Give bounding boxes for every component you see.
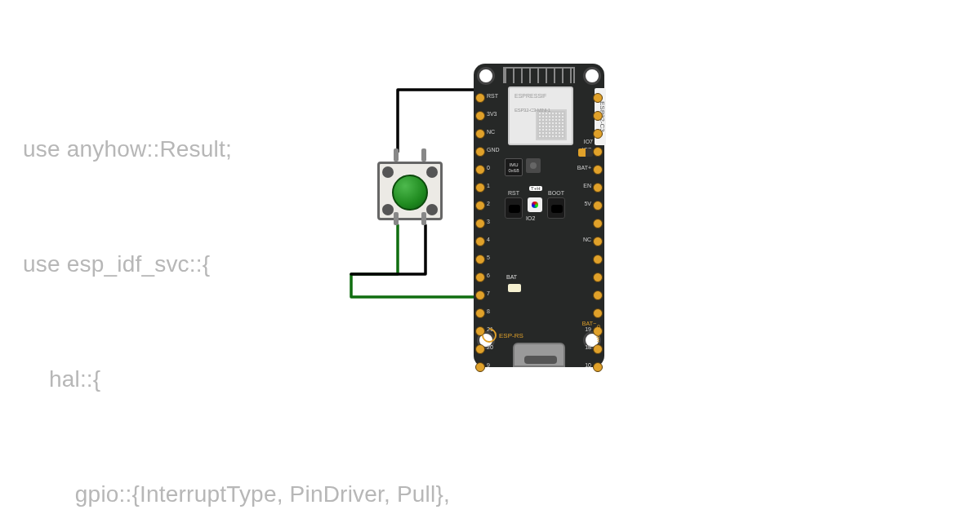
- pin-pad[interactable]: [475, 183, 485, 193]
- pin-labels-left: RST3V3 NCGND 01 23 45 67 821 209: [487, 93, 500, 368]
- board-footer-text: ESP-RS: [499, 332, 523, 339]
- screw-icon: [426, 204, 438, 215]
- pin-pad[interactable]: [593, 237, 603, 246]
- boot-label: BOOT: [548, 190, 564, 196]
- pin-pad[interactable]: [593, 147, 603, 157]
- bat-label: BAT: [506, 274, 517, 280]
- pin-pad[interactable]: [475, 344, 485, 354]
- pin-labels-right: IO7 BAT+EN 5V NC 19 1810: [577, 93, 591, 368]
- mounting-hole: [477, 67, 495, 85]
- pin-pad[interactable]: [475, 147, 485, 157]
- rst-label: RST: [508, 190, 519, 196]
- reset-button[interactable]: [505, 197, 523, 219]
- pin-pad[interactable]: [475, 290, 485, 300]
- pin-pad[interactable]: [593, 165, 603, 175]
- bat-minus-label: BAT−: [582, 321, 596, 326]
- module-brand: ESPRESSIF: [514, 93, 546, 99]
- board-buttons: RST BOOT: [505, 190, 565, 219]
- pin-pad[interactable]: [593, 255, 603, 264]
- light-sensor-icon: [526, 158, 541, 173]
- pin-pad[interactable]: [475, 201, 485, 210]
- pin-pad[interactable]: [475, 255, 485, 264]
- esp-module: ESPRESSIF ESP32-C3-MINI-1: [508, 86, 573, 145]
- button-pin[interactable]: [394, 212, 399, 225]
- pin-pad[interactable]: [475, 308, 485, 318]
- button-cap[interactable]: [392, 175, 428, 210]
- screw-icon: [426, 166, 438, 178]
- pin-pad[interactable]: [593, 111, 603, 121]
- button-pin[interactable]: [421, 212, 426, 225]
- button-pin[interactable]: [394, 148, 399, 162]
- button-pin[interactable]: [421, 148, 426, 162]
- pin-pad[interactable]: [593, 273, 603, 282]
- io7-led-icon: [578, 148, 593, 157]
- pin-pad[interactable]: [593, 183, 603, 193]
- antenna-icon: [503, 67, 575, 83]
- pin-pad[interactable]: [475, 129, 485, 139]
- io7-label: IO7: [584, 139, 593, 144]
- pin-pad[interactable]: [475, 273, 485, 282]
- screw-icon: [382, 204, 394, 215]
- code-line: use esp_idf_svc::{: [23, 245, 450, 283]
- pin-pad[interactable]: [475, 237, 485, 246]
- usb-c-port-icon: [513, 343, 565, 367]
- pin-pad[interactable]: [593, 201, 603, 210]
- pin-pad[interactable]: [475, 93, 485, 103]
- code-line: gpio::{InterruptType, PinDriver, Pull},: [23, 475, 450, 513]
- pin-pad[interactable]: [593, 129, 603, 139]
- pin-pad[interactable]: [593, 344, 603, 354]
- pin-pad[interactable]: [475, 111, 485, 121]
- code-line: hal::{: [23, 360, 450, 398]
- screw-icon: [382, 166, 394, 178]
- pin-pad[interactable]: [475, 362, 485, 372]
- push-button-component[interactable]: [374, 150, 446, 222]
- pin-pad[interactable]: [593, 93, 603, 103]
- esp32c3-board[interactable]: ESPRESSIF ESP32-C3-MINI-1 ESP32-C3: [474, 64, 604, 367]
- onboard-chips: IMU 0x68: [505, 158, 541, 176]
- board-footer-logo: ESP-RS: [482, 328, 523, 343]
- code-snippet: use anyhow::Result; use esp_idf_svc::{ h…: [23, 53, 450, 514]
- pin-pad[interactable]: [593, 290, 603, 300]
- bat-led-icon: [508, 284, 521, 292]
- pin-pad[interactable]: [593, 308, 603, 318]
- boot-button[interactable]: [547, 197, 565, 219]
- imu-chip: IMU 0x68: [505, 158, 523, 176]
- rgb-led-icon: [528, 197, 542, 212]
- io2-label: IO2: [526, 215, 535, 221]
- pin-pad[interactable]: [475, 165, 485, 175]
- pin-pad[interactable]: [475, 219, 485, 228]
- pin-pad[interactable]: [593, 362, 603, 372]
- mounting-hole: [583, 67, 601, 85]
- charger-label: Charger: [596, 325, 601, 343]
- pin-pad[interactable]: [593, 219, 603, 228]
- qr-icon: [536, 109, 567, 140]
